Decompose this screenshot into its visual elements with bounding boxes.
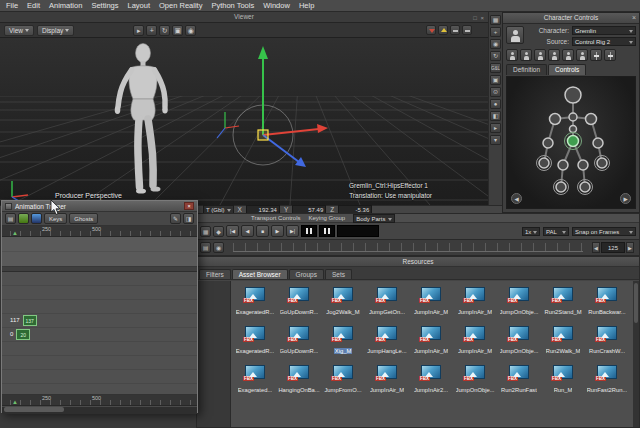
play-button[interactable]: ▶: [271, 225, 284, 237]
body-part-icon[interactable]: [520, 49, 532, 61]
rail-grid-icon[interactable]: ▦: [490, 15, 501, 25]
marker-yellow-icon[interactable]: [438, 25, 448, 35]
folder-icon[interactable]: ▤: [5, 213, 16, 224]
panel-window-buttons[interactable]: □ ×: [473, 13, 485, 23]
goto-end-button[interactable]: ▶|: [286, 225, 299, 237]
snap-mode-dropdown[interactable]: Snap on Frames: [572, 227, 636, 236]
rail-target-icon[interactable]: ◉: [490, 39, 501, 49]
asset-item[interactable]: FBXJumpInAir_M: [453, 326, 497, 363]
asset-item[interactable]: FBXJumpOnObje...: [453, 365, 497, 402]
asset-item[interactable]: FBXRun2Walk_M: [541, 326, 585, 363]
asset-item[interactable]: FBXJumpInAir2...: [409, 365, 453, 402]
tab-filters[interactable]: Filters: [199, 269, 231, 279]
asset-item[interactable]: FBXRunBackwar...: [585, 287, 629, 324]
tab-definition[interactable]: Definition: [506, 64, 547, 75]
asset-item[interactable]: FBXJumpInAir_M: [409, 326, 453, 363]
pause-display-left[interactable]: [301, 225, 317, 237]
keys-button[interactable]: Keys: [44, 213, 67, 224]
menu-item-file[interactable]: File: [6, 1, 18, 10]
tab-sets[interactable]: Sets: [325, 269, 352, 279]
asset-item[interactable]: FBXHangingOnBa...: [277, 365, 321, 402]
pencil-icon[interactable]: ✎: [170, 213, 181, 224]
transport-option-icon[interactable]: ▦: [200, 226, 211, 237]
menu-item-edit[interactable]: Edit: [27, 1, 40, 10]
select-tool-icon[interactable]: ▸: [133, 25, 144, 36]
note-icon[interactable]: ◨: [183, 213, 194, 224]
asset-item[interactable]: FBXJumpGetOn...: [365, 287, 409, 324]
playback-speed-dropdown[interactable]: 1x: [522, 227, 540, 236]
trigger-clip[interactable]: 137: [23, 315, 37, 326]
asset-item[interactable]: FBXGoUpDownR...: [277, 326, 321, 363]
selection-icon[interactable]: [534, 49, 546, 61]
rail-groups-links-button[interactable]: G&L: [490, 63, 501, 73]
asset-item-selected[interactable]: FBXXig_M: [321, 326, 365, 363]
playhead-marker-icon[interactable]: ▲: [12, 229, 18, 237]
animation-trigger-titlebar[interactable]: Animation Trigger ×: [2, 201, 197, 212]
pull-slider-icon[interactable]: [604, 49, 616, 61]
end-frame-field[interactable]: 125: [601, 242, 625, 253]
keying-group-dropdown[interactable]: Body Parts: [353, 214, 394, 223]
ghosts-button[interactable]: Ghosts: [69, 213, 98, 224]
tab-asset-browser[interactable]: Asset Browser: [232, 269, 288, 279]
asset-item[interactable]: FBXRunFast2Run...: [585, 365, 629, 402]
rail-dot-icon[interactable]: ⊙: [490, 87, 501, 97]
camera-option-icon[interactable]: [462, 25, 472, 35]
full-body-icon[interactable]: [506, 49, 518, 61]
rail-add-icon[interactable]: +: [490, 27, 501, 37]
rail-panel-icon[interactable]: ▣: [490, 75, 501, 85]
trigger-ruler-bottom[interactable]: 250 500 ▲: [2, 395, 197, 406]
mirror-icon[interactable]: [562, 49, 574, 61]
rig-next-button[interactable]: ▶: [620, 193, 631, 204]
asset-item[interactable]: FBXJumpOnObje...: [497, 326, 541, 363]
asset-item[interactable]: FBXRun_M: [541, 365, 585, 402]
transport-key-icon[interactable]: ◆: [213, 226, 224, 237]
asset-item[interactable]: FBXJumpInAir_M: [453, 287, 497, 324]
asset-item[interactable]: FBXExageratedR...: [233, 326, 277, 363]
menu-item-window[interactable]: Window: [263, 1, 290, 10]
source-dropdown[interactable]: Control Rig 2: [572, 37, 636, 46]
timeline-zoom-icon[interactable]: ◉: [213, 242, 224, 253]
stance-icon[interactable]: [576, 49, 588, 61]
asset-folder-tree[interactable]: [197, 281, 231, 427]
goto-start-button[interactable]: |◀: [226, 225, 239, 237]
translate-manipulator[interactable]: [185, 40, 345, 190]
asset-item[interactable]: FBXJumpInAir_M: [365, 365, 409, 402]
rotate-tool-icon[interactable]: ↻: [159, 25, 170, 36]
trigger-ruler-top[interactable]: 250 500 ▲: [2, 226, 197, 237]
playhead-marker-icon[interactable]: ▲: [12, 398, 18, 406]
frame-increment-button[interactable]: ▶: [626, 242, 634, 253]
display-option-icon[interactable]: [450, 25, 460, 35]
trigger-track-area-top[interactable]: [2, 237, 197, 267]
asset-item[interactable]: FBXRun2RunFast: [497, 365, 541, 402]
stop-button[interactable]: ■: [256, 225, 269, 237]
tab-groups[interactable]: Groups: [289, 269, 324, 279]
rail-play-icon[interactable]: ▸: [490, 123, 501, 133]
trigger-clip[interactable]: 20: [16, 329, 30, 340]
menu-item-help[interactable]: Help: [299, 1, 314, 10]
view-menu-button[interactable]: View: [4, 25, 34, 36]
timeline-option-icon[interactable]: ▤: [200, 242, 211, 253]
close-icon[interactable]: ×: [632, 13, 636, 23]
timeline-ruler[interactable]: [233, 243, 583, 252]
tab-controls[interactable]: Controls: [548, 64, 586, 75]
control-rig-view[interactable]: ◀ ▶: [506, 76, 636, 209]
timecode-display[interactable]: [337, 225, 379, 237]
pause-display-right[interactable]: [319, 225, 335, 237]
scale-tool-icon[interactable]: ▣: [172, 25, 183, 36]
step-back-button[interactable]: ◀: [241, 225, 254, 237]
close-icon[interactable]: ×: [184, 202, 194, 210]
asset-item[interactable]: FBXJumpInAir_M: [409, 287, 453, 324]
character-dropdown[interactable]: Gremlin: [572, 26, 636, 35]
asset-item[interactable]: FBXExagerated...: [233, 365, 277, 402]
rail-more-icon[interactable]: ▾: [490, 135, 501, 145]
asset-item[interactable]: FBXRunCrashW...: [585, 326, 629, 363]
asset-item[interactable]: FBXGoUpDownR...: [277, 287, 321, 324]
translate-tool-icon[interactable]: +: [146, 25, 157, 36]
menu-item-layout[interactable]: Layout: [128, 1, 151, 10]
asset-item[interactable]: FBXJog2Walk_M: [321, 287, 365, 324]
display-menu-button[interactable]: Display: [37, 25, 74, 36]
menu-item-open-reality[interactable]: Open Reality: [159, 1, 202, 10]
asset-grid-scrollbar[interactable]: [633, 281, 639, 427]
menu-item-animation[interactable]: Animation: [49, 1, 82, 10]
viewport-3d[interactable]: Producer Perspective Gremlin_Ctrl:HipsEf…: [0, 38, 488, 205]
